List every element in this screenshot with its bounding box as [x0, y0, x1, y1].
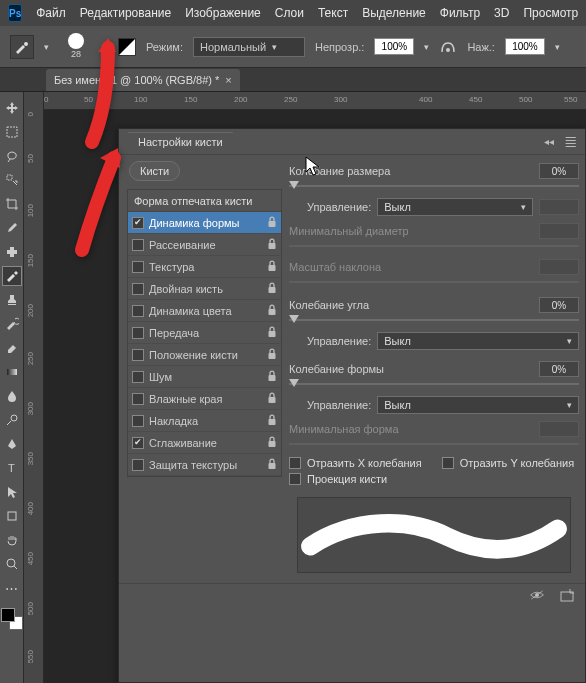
list-header[interactable]: Форма отпечатка кисти — [128, 190, 281, 212]
brushes-button[interactable]: Кисти — [129, 161, 180, 181]
chevron-down-icon[interactable]: ▾ — [555, 42, 560, 52]
lock-icon[interactable] — [267, 436, 277, 448]
lock-icon[interactable] — [267, 282, 277, 294]
angle-control-select[interactable]: Выкл▾ — [377, 332, 579, 350]
flow-input[interactable]: 100% — [505, 38, 545, 55]
brush-option-row[interactable]: Сглаживание — [128, 432, 281, 454]
menu-select[interactable]: Выделение — [362, 6, 426, 20]
angle-jitter-slider[interactable] — [289, 315, 579, 325]
checkbox[interactable] — [132, 217, 144, 229]
checkbox[interactable] — [132, 437, 144, 449]
brush-option-row[interactable]: Накладка — [128, 410, 281, 432]
checkbox[interactable] — [132, 305, 144, 317]
lock-icon[interactable] — [267, 326, 277, 338]
lock-icon[interactable] — [267, 304, 277, 316]
brush-picker[interactable]: 28 — [59, 33, 93, 60]
brush-option-row[interactable]: Динамика формы — [128, 212, 281, 234]
roundness-control-select[interactable]: Выкл▾ — [377, 396, 579, 414]
checkbox[interactable] — [132, 349, 144, 361]
lock-icon[interactable] — [267, 392, 277, 404]
brush-option-row[interactable]: Текстура — [128, 256, 281, 278]
roundness-jitter-input[interactable]: 0% — [539, 361, 579, 377]
pressure-opacity-icon[interactable] — [439, 39, 457, 55]
new-preset-icon[interactable] — [559, 588, 575, 602]
chevron-down-icon[interactable]: ▾ — [103, 42, 108, 52]
brush-tool[interactable] — [2, 266, 22, 286]
document-tab[interactable]: Без имени-1 @ 100% (RGB/8#) * × — [46, 69, 240, 91]
blur-tool[interactable] — [2, 386, 22, 406]
history-brush-tool[interactable] — [2, 314, 22, 334]
blend-mode-select[interactable]: Нормальный ▾ — [193, 37, 305, 57]
collapse-icon[interactable]: ◂◂ — [544, 136, 554, 147]
menu-3d[interactable]: 3D — [494, 6, 509, 20]
checkbox[interactable] — [132, 415, 144, 427]
shape-tool[interactable] — [2, 506, 22, 526]
menu-image[interactable]: Изображение — [185, 6, 261, 20]
checkbox[interactable] — [132, 371, 144, 383]
brush-option-row[interactable]: Динамика цвета — [128, 300, 281, 322]
checkbox[interactable] — [132, 393, 144, 405]
menu-text[interactable]: Текст — [318, 6, 348, 20]
quick-select-tool[interactable] — [2, 170, 22, 190]
lock-icon[interactable] — [267, 348, 277, 360]
dodge-tool[interactable] — [2, 410, 22, 430]
menu-layers[interactable]: Слои — [275, 6, 304, 20]
checkbox[interactable] — [132, 459, 144, 471]
checkbox[interactable] — [132, 327, 144, 339]
crop-tool[interactable] — [2, 194, 22, 214]
brush-option-row[interactable]: Шум — [128, 366, 281, 388]
lock-icon[interactable] — [267, 216, 277, 228]
brush-panel-toggle[interactable] — [118, 38, 136, 56]
marquee-tool[interactable] — [2, 122, 22, 142]
brush-option-row[interactable]: Влажные края — [128, 388, 281, 410]
stamp-tool[interactable] — [2, 290, 22, 310]
path-select-tool[interactable] — [2, 482, 22, 502]
opacity-input[interactable]: 100% — [374, 38, 414, 55]
checkbox[interactable] — [132, 261, 144, 273]
brush-option-row[interactable]: Двойная кисть — [128, 278, 281, 300]
zoom-tool[interactable] — [2, 554, 22, 574]
color-swatches[interactable] — [1, 608, 23, 630]
brush-option-row[interactable]: Положение кисти — [128, 344, 281, 366]
lock-icon[interactable] — [267, 260, 277, 272]
lock-icon[interactable] — [267, 238, 277, 250]
menu-filter[interactable]: Фильтр — [440, 6, 480, 20]
chevron-down-icon[interactable]: ▾ — [44, 42, 49, 52]
flip-y-checkbox[interactable]: Отразить Y колебания — [442, 457, 574, 469]
brush-projection-checkbox[interactable]: Проекция кисти — [289, 473, 579, 485]
menu-view[interactable]: Просмотр — [523, 6, 578, 20]
checkbox[interactable] — [132, 283, 144, 295]
size-control-select[interactable]: Выкл▾ — [377, 198, 533, 216]
tool-preset-button[interactable] — [10, 35, 34, 59]
edit-toolbar[interactable]: ⋯ — [2, 578, 22, 598]
angle-jitter-input[interactable]: 0% — [539, 297, 579, 313]
eyedropper-tool[interactable] — [2, 218, 22, 238]
chevron-down-icon[interactable]: ▾ — [424, 42, 429, 52]
pen-tool[interactable] — [2, 434, 22, 454]
close-icon[interactable]: × — [225, 74, 231, 86]
flip-x-checkbox[interactable]: Отразить X колебания — [289, 457, 422, 469]
size-jitter-input[interactable]: 0% — [539, 163, 579, 179]
gradient-tool[interactable] — [2, 362, 22, 382]
roundness-jitter-slider[interactable] — [289, 379, 579, 389]
lock-icon[interactable] — [267, 414, 277, 426]
healing-tool[interactable] — [2, 242, 22, 262]
eraser-tool[interactable] — [2, 338, 22, 358]
size-jitter-slider[interactable] — [289, 181, 579, 191]
checkbox[interactable] — [132, 239, 144, 251]
brush-option-row[interactable]: Рассеивание — [128, 234, 281, 256]
brush-option-row[interactable]: Передача — [128, 322, 281, 344]
lasso-tool[interactable] — [2, 146, 22, 166]
panel-menu-icon[interactable]: ≣ — [564, 132, 577, 151]
menu-edit[interactable]: Редактирование — [80, 6, 171, 20]
move-tool[interactable] — [2, 98, 22, 118]
foreground-color[interactable] — [1, 608, 15, 622]
menu-file[interactable]: Файл — [36, 6, 66, 20]
tab-brush-settings[interactable]: Настройки кисти — [127, 132, 234, 151]
lock-icon[interactable] — [267, 370, 277, 382]
lock-icon[interactable] — [267, 458, 277, 470]
preview-toggle-icon[interactable] — [529, 588, 545, 602]
hand-tool[interactable] — [2, 530, 22, 550]
brush-option-row[interactable]: Защита текстуры — [128, 454, 281, 476]
type-tool[interactable]: T — [2, 458, 22, 478]
